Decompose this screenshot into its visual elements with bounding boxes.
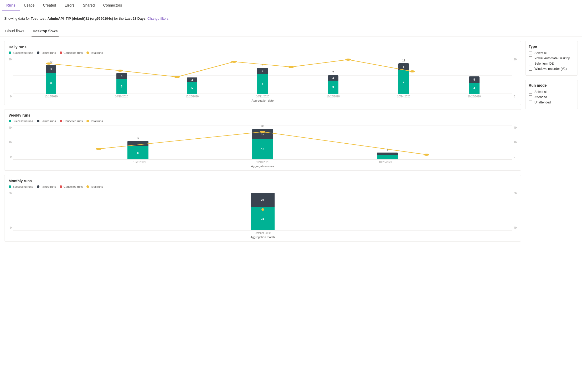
checkbox-label-pad: Power Automate Desktop	[534, 56, 570, 60]
monthly-runs-legend: Successful runs Failure runs Cancelled r…	[9, 185, 517, 188]
tab-errors[interactable]: Errors	[60, 0, 79, 11]
svg-point-5	[345, 59, 351, 61]
list-item[interactable]: Unattended	[529, 101, 574, 104]
checkbox-windows[interactable]	[529, 67, 532, 71]
checkbox-select-all-type[interactable]	[529, 51, 532, 55]
legend-cancelled: Cancelled runs	[60, 51, 83, 54]
svg-point-9	[424, 154, 430, 156]
legend-cancelled-w: Cancelled runs	[60, 119, 83, 123]
list-item[interactable]: Attended	[529, 95, 574, 99]
total-dot	[86, 51, 89, 54]
monthly-x-axis-title: Aggregation month	[13, 236, 512, 239]
daily-y-right: 10 5	[512, 57, 517, 99]
monthly-x-labels: October 2020	[13, 231, 512, 234]
table-row: 24 31	[251, 193, 275, 230]
checkbox-select-all-mode[interactable]	[529, 90, 532, 94]
checkbox-label-windows: Windows recorder (V1)	[534, 67, 567, 71]
subtab-cloud-flows[interactable]: Cloud flows	[4, 27, 25, 36]
checkbox-label-attended: Attended	[534, 95, 547, 99]
daily-bars-container: 12 4 8 6 5	[13, 57, 512, 94]
svg-point-3	[231, 61, 237, 63]
type-panel: Type Select all Power Automate Desktop S…	[525, 41, 578, 76]
legend-cancelled-m: Cancelled runs	[60, 185, 83, 188]
header-environment: Test_test_AdminAPI_TIP (default)31 (org5…	[31, 17, 113, 20]
daily-y-left: 10 0	[9, 57, 13, 99]
svg-point-8	[260, 131, 266, 133]
monthly-chart-area: 50 0 24 31	[9, 191, 517, 239]
tab-created[interactable]: Created	[39, 0, 60, 11]
checkbox-label-select-all-mode: Select all	[534, 90, 547, 94]
header-period: Last 28 Days	[125, 17, 146, 20]
tab-usage[interactable]: Usage	[20, 0, 39, 11]
table-row: 7 4 3	[328, 75, 338, 94]
legend-total-label: Total runs	[90, 51, 103, 54]
total-dot-marker	[261, 208, 264, 211]
checkbox-pad[interactable]	[529, 56, 532, 60]
legend-failure: Failure runs	[37, 51, 56, 54]
legend-successful-w: Successful runs	[9, 119, 33, 123]
checkbox-selenium[interactable]	[529, 62, 532, 65]
table-row: 12 4 8	[46, 65, 56, 94]
failure-dot	[37, 51, 39, 54]
checkbox-unattended[interactable]	[529, 101, 532, 104]
tab-runs[interactable]: Runs	[2, 0, 20, 11]
legend-failure-w: Failure runs	[37, 119, 56, 123]
nav-tabs: Runs Usage Created Errors Shared Connect…	[0, 0, 582, 11]
svg-point-2	[174, 76, 180, 78]
change-filters-link[interactable]: Change filters	[147, 17, 168, 20]
weekly-x-labels: 10/11/2020 10/18/2020 10/25/2020	[13, 160, 512, 164]
list-item[interactable]: Select all	[529, 90, 574, 94]
successful-dot	[9, 51, 11, 54]
daily-runs-card: Daily runs Successful runs Failure runs …	[4, 41, 521, 105]
table-row: 5 4	[469, 76, 480, 94]
daily-bars: 12 4 8 6 5	[13, 57, 512, 94]
monthly-y-left: 50 0	[9, 191, 13, 230]
type-panel-title: Type	[529, 44, 574, 49]
weekly-y-left: 40 20 0	[9, 125, 13, 159]
header-middle: for the	[114, 17, 125, 20]
list-item[interactable]: Selenium IDE	[529, 62, 574, 65]
svg-point-6	[409, 70, 415, 72]
legend-failure-m: Failure runs	[37, 185, 56, 188]
legend-successful-m: Successful runs	[9, 185, 33, 188]
weekly-bars-container: 12 8 33 15 18	[13, 125, 512, 160]
legend-successful: Successful runs	[9, 51, 33, 54]
run-mode-panel-title: Run mode	[529, 83, 574, 87]
checkbox-label-selenium: Selenium IDE	[534, 62, 554, 65]
legend-successful-label: Successful runs	[13, 51, 33, 54]
table-row: 3 5	[187, 77, 197, 94]
checkbox-label-unattended: Unattended	[534, 101, 551, 104]
weekly-bars: 12 8 33 15 18	[13, 125, 512, 159]
monthly-y-right: 60 40	[512, 191, 517, 230]
legend-total-w: Total runs	[86, 119, 103, 123]
weekly-chart-area: 40 20 0 12	[9, 125, 517, 168]
legend-total-m: Total runs	[86, 185, 103, 188]
table-row: 6 5	[116, 73, 127, 94]
weekly-line	[13, 125, 512, 159]
legend-cancelled-label: Cancelled runs	[64, 51, 83, 54]
subtab-desktop-flows[interactable]: Desktop flows	[32, 27, 59, 36]
sidebar: Type Select all Power Automate Desktop S…	[525, 41, 578, 242]
tab-connectors[interactable]: Connectors	[99, 0, 126, 11]
svg-point-1	[117, 70, 123, 72]
monthly-bars-container: 24 31	[13, 191, 512, 231]
run-mode-panel: Run mode Select all Attended Unattended	[525, 80, 578, 109]
weekly-runs-legend: Successful runs Failure runs Cancelled r…	[9, 119, 517, 123]
table-row: 8 6 8	[257, 68, 268, 94]
daily-x-labels: 10/16/2020 10/19/2020 10/20/2020 10/21/2…	[13, 94, 512, 98]
header: Showing data for Test_test_AdminAPI_TIP …	[0, 11, 582, 23]
weekly-runs-card: Weekly runs Successful runs Failure runs…	[4, 109, 521, 171]
svg-point-7	[96, 148, 102, 150]
checkbox-label-select-all-type: Select all	[534, 51, 547, 55]
list-item[interactable]: Select all	[529, 51, 574, 55]
sub-tabs: Cloud flows Desktop flows	[0, 23, 582, 37]
tab-shared[interactable]: Shared	[79, 0, 99, 11]
daily-runs-title: Daily runs	[9, 45, 517, 49]
weekly-runs-title: Weekly runs	[9, 113, 517, 117]
list-item[interactable]: Power Automate Desktop	[529, 56, 574, 60]
legend-failure-label: Failure runs	[41, 51, 56, 54]
svg-point-4	[288, 66, 294, 68]
list-item[interactable]: Windows recorder (V1)	[529, 67, 574, 71]
checkbox-attended[interactable]	[529, 95, 532, 99]
daily-x-axis-title: Aggregation date	[13, 99, 512, 102]
